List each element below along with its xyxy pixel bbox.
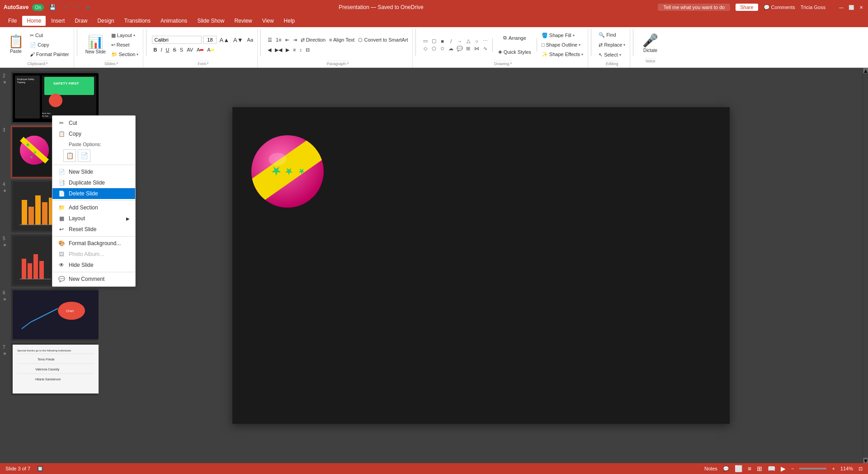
replace-button[interactable]: ⇄ Replace ▾ — [597, 40, 627, 49]
align-left-button[interactable]: ◀ — [266, 45, 273, 54]
minimize-button[interactable]: — — [838, 4, 844, 10]
close-button[interactable]: ✕ — [858, 4, 864, 10]
view-presenter-btn[interactable]: ▶ — [781, 465, 786, 472]
context-format-bg[interactable]: 🎨 Format Background... — [52, 238, 135, 249]
find-button[interactable]: 🔍 Find — [597, 30, 627, 39]
context-copy[interactable]: 📋 Copy — [52, 128, 135, 139]
slide-ball[interactable]: ★ ★ ★ — [248, 132, 327, 211]
font-name-input[interactable] — [152, 36, 202, 44]
autosave-toggle[interactable]: On — [32, 4, 43, 11]
zoom-slider[interactable] — [799, 468, 826, 469]
main-canvas[interactable]: ★ ★ ★ — [99, 68, 863, 463]
context-duplicate-slide[interactable]: 📑 Duplicate Slide — [52, 177, 135, 188]
align-right-button[interactable]: ▶ — [284, 45, 291, 54]
shape-s8[interactable]: ∿ — [481, 45, 490, 52]
shape-rect[interactable]: ▭ — [421, 38, 429, 45]
select-button[interactable]: ↖ Select ▾ — [597, 50, 627, 59]
shape-s3[interactable]: ✩ — [439, 45, 447, 52]
right-scrollbar[interactable]: ▲ ▼ — [863, 68, 868, 463]
align-center-button[interactable]: ▶◀ — [274, 45, 283, 54]
layout-button[interactable]: ▦ Layout ▾ — [109, 31, 141, 40]
decrease-indent-icon[interactable]: ⇤ — [284, 35, 291, 44]
context-reset-slide[interactable]: ↩ Reset Slide — [52, 224, 135, 235]
accessibility-icon[interactable]: 🔲 — [37, 466, 43, 471]
scroll-down-arrow[interactable]: ▼ — [863, 458, 868, 463]
shape-line[interactable]: / — [447, 38, 455, 45]
menu-review[interactable]: Review — [230, 16, 256, 26]
view-outline-btn[interactable]: ≡ — [748, 465, 751, 472]
comments-status-button[interactable]: 💬 — [723, 466, 729, 472]
smartart-button[interactable]: ⬡ Convert to SmartArt — [357, 35, 409, 44]
menu-animations[interactable]: Animations — [156, 16, 192, 26]
menu-draw[interactable]: Draw — [70, 16, 92, 26]
zoom-in-btn[interactable]: + — [832, 466, 835, 471]
shape-effects-button[interactable]: ✨ Shape Effects ▾ — [540, 50, 585, 59]
shape-s4[interactable]: ☁ — [447, 45, 455, 52]
menu-help[interactable]: Help — [279, 16, 300, 26]
notes-button[interactable]: Notes — [704, 466, 717, 471]
present-icon[interactable]: ▶ — [85, 3, 93, 11]
menu-view[interactable]: View — [258, 16, 278, 26]
context-new-slide[interactable]: 📄 New Slide — [52, 166, 135, 177]
dictate-button[interactable]: 🎤 Dictate — [639, 30, 661, 57]
search-bar-title[interactable]: Tell me what you want to do — [658, 4, 730, 11]
quick-styles-button[interactable]: ◈ Quick Styles — [495, 45, 534, 59]
arrange-button[interactable]: ⧉ Arrange — [495, 31, 534, 45]
cut-button[interactable]: ✂ Cut — [28, 31, 71, 40]
section-button[interactable]: 📁 Section ▾ — [109, 50, 141, 59]
justify-button[interactable]: ≡ — [292, 45, 297, 54]
strikethrough-button[interactable]: S — [171, 45, 177, 54]
scroll-up-arrow[interactable]: ▲ — [863, 68, 868, 73]
fit-slide-btn[interactable]: ⊡ — [859, 466, 863, 472]
context-delete-slide[interactable]: 📄 Delete Slide — [52, 188, 135, 199]
increase-font-icon[interactable]: A▲ — [218, 35, 231, 44]
shape-more[interactable]: ⋯ — [481, 38, 490, 45]
numbering-button[interactable]: 1≡ — [274, 35, 283, 44]
shape-round-rect[interactable]: ▢ — [430, 38, 438, 45]
slide-thumb-6[interactable]: Chart — [11, 289, 98, 341]
bold-button[interactable]: B — [152, 45, 158, 54]
bullets-button[interactable]: ☰ — [266, 35, 274, 44]
increase-indent-icon[interactable]: ⇥ — [292, 35, 298, 44]
highlight-button[interactable]: A — [206, 45, 215, 54]
share-button[interactable]: Share — [736, 4, 758, 11]
shape-circle[interactable]: ○ — [473, 38, 481, 45]
menu-design[interactable]: Design — [93, 16, 118, 26]
columns-button[interactable]: ⊟ — [304, 45, 311, 54]
align-text-button[interactable]: ≡ Align Text — [328, 35, 356, 44]
context-layout[interactable]: ▦ Layout ▶ — [52, 213, 135, 224]
qat-more-icon[interactable]: ⌄ — [96, 3, 104, 11]
comments-button[interactable]: 💬 Comments — [764, 5, 795, 10]
shape-arrow[interactable]: → — [456, 38, 464, 45]
format-painter-button[interactable]: 🖌 Format Painter — [28, 50, 71, 59]
restore-button[interactable]: ⬜ — [848, 4, 854, 10]
reset-button[interactable]: ↩ Reset — [109, 40, 141, 49]
copy-button[interactable]: 📄 Copy — [28, 40, 71, 49]
shadow-button[interactable]: S — [179, 45, 184, 54]
slide-canvas[interactable]: ★ ★ ★ — [232, 107, 730, 424]
shape-s5[interactable]: 💬 — [456, 45, 464, 52]
view-reading-btn[interactable]: 📖 — [768, 465, 775, 472]
clear-format-icon[interactable]: Aa — [246, 35, 255, 44]
menu-home[interactable]: Home — [22, 16, 46, 26]
context-hide-slide[interactable]: 👁 Hide Slide — [52, 260, 135, 270]
shape-s2[interactable]: ⬠ — [430, 45, 438, 52]
shape-s6[interactable]: ⊞ — [464, 45, 472, 52]
shape-s7[interactable]: ⋈ — [473, 45, 481, 52]
slide-thumb-7[interactable]: Special thanks go to the following indiv… — [11, 343, 98, 395]
redo-icon[interactable]: ↪ — [73, 3, 81, 11]
underline-button[interactable]: U — [165, 45, 171, 54]
new-slide-button[interactable]: 📊 New Slide — [83, 30, 108, 59]
italic-button[interactable]: I — [159, 45, 163, 54]
menu-insert[interactable]: Insert — [47, 16, 69, 26]
context-add-section[interactable]: 📁 Add Section — [52, 202, 135, 213]
zoom-out-btn[interactable]: − — [791, 466, 794, 471]
shape-outline-button[interactable]: □ Shape Outline ▾ — [540, 40, 585, 49]
menu-transitions[interactable]: Transitions — [120, 16, 155, 26]
font-size-input[interactable] — [203, 36, 217, 44]
menu-slideshow[interactable]: Slide Show — [193, 16, 229, 26]
shape-fill-button[interactable]: 🪣 Shape Fill ▾ — [540, 31, 585, 40]
view-sorter-btn[interactable]: ⊞ — [757, 465, 762, 472]
view-normal-btn[interactable]: ⬜ — [735, 465, 742, 472]
decrease-font-icon[interactable]: A▼ — [232, 35, 245, 44]
